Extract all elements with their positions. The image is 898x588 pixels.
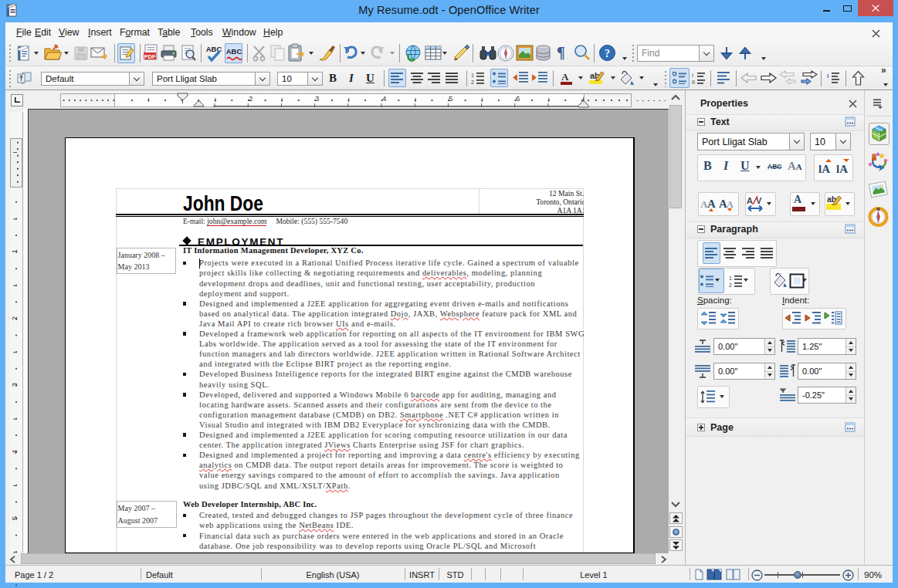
svg-text:?: ? [605,48,610,59]
svg-text:I: I [827,73,829,79]
svg-text:I: I [692,72,693,79]
svg-text:lA: lA [836,163,848,175]
svg-text:A: A [747,196,753,205]
svg-text:lA: lA [818,163,830,175]
svg-text:N: N [876,207,879,211]
svg-text:ABC: ABC [226,47,242,56]
svg-text:1: 1 [729,275,732,281]
svg-text:PDF: PDF [144,53,156,60]
svg-text:1: 1 [471,73,474,78]
svg-text:A: A [707,198,716,210]
svg-text:2: 2 [729,282,732,287]
svg-text:II: II [692,79,695,84]
svg-text:2: 2 [471,79,474,84]
svg-text:A: A [727,199,734,210]
